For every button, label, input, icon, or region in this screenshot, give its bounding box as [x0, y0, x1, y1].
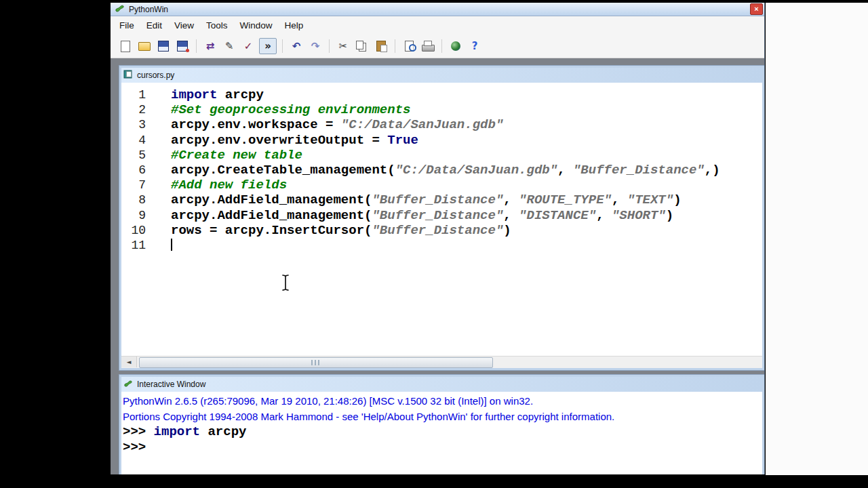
text-caret: [171, 239, 172, 251]
copy-icon[interactable]: [354, 39, 370, 54]
code-token: ): [503, 223, 511, 238]
menu-item-file[interactable]: File: [113, 18, 140, 33]
toolbar: ⇄✎✓»↶↷✂?: [111, 35, 764, 58]
code-token: "TEXT": [627, 192, 673, 207]
line-number: 2: [121, 102, 146, 117]
web-help-icon[interactable]: [448, 39, 464, 54]
help-icon[interactable]: ?: [467, 39, 483, 54]
prompt-line: >>>: [123, 440, 762, 455]
code-token: rows = arcpy.InsertCursor(: [171, 223, 372, 238]
code-token: ,): [705, 163, 720, 178]
code-token: #Set geoprocessing environments: [171, 102, 410, 117]
mdi-area: cursors.py 1import arcpy2#Set geoprocess…: [111, 58, 764, 474]
save-all-icon[interactable]: [174, 39, 191, 54]
code-token: ,: [596, 208, 612, 223]
code-token: True: [387, 133, 418, 148]
code-token: #Add new fields: [171, 178, 287, 192]
output-token: arcpy: [200, 424, 246, 439]
code-text: arcpy.env.overwriteOutput = True: [171, 133, 418, 148]
line-number: 6: [121, 163, 146, 178]
new-file-icon[interactable]: [117, 39, 134, 54]
undo-icon[interactable]: ↶: [288, 39, 304, 54]
interactive-titlebar[interactable]: Interactive Window: [121, 377, 762, 392]
code-line[interactable]: 11: [121, 238, 762, 253]
code-line[interactable]: 1import arcpy: [121, 87, 762, 102]
interactive-toggle-icon[interactable]: »: [259, 38, 277, 54]
menu-item-window[interactable]: Window: [234, 18, 279, 33]
print-preview-icon[interactable]: [401, 39, 417, 54]
import-reload-icon[interactable]: ⇄: [202, 39, 218, 54]
code-token: ,: [503, 192, 519, 207]
menu-item-view[interactable]: View: [168, 18, 200, 33]
code-token: arcpy.AddField_management(: [171, 208, 372, 223]
toolbar-separator: [395, 39, 395, 53]
code-token: "SHORT": [612, 208, 666, 223]
menu-item-edit[interactable]: Edit: [140, 18, 168, 33]
code-token: ): [673, 192, 681, 207]
video-frame: PythonWin × FileEditViewToolsWindowHelp …: [0, 0, 868, 488]
menu-bar: FileEditViewToolsWindowHelp: [111, 16, 764, 35]
document-icon: [123, 70, 133, 81]
line-number: 7: [121, 178, 146, 192]
open-file-icon[interactable]: [136, 39, 153, 54]
editor-content[interactable]: 1import arcpy2#Set geoprocessing environ…: [121, 83, 762, 368]
pythonwin-window: PythonWin × FileEditViewToolsWindowHelp …: [111, 3, 765, 474]
editor-window[interactable]: cursors.py 1import arcpy2#Set geoprocess…: [119, 66, 764, 370]
save-icon[interactable]: [155, 39, 172, 54]
paste-icon[interactable]: [373, 39, 389, 54]
left-arrow-icon: ◄: [127, 359, 132, 365]
cut-icon[interactable]: ✂: [335, 39, 351, 54]
ibeam-cursor-icon: [281, 274, 290, 294]
toolbar-separator: [196, 39, 197, 53]
print-icon[interactable]: [420, 39, 436, 54]
close-button[interactable]: ×: [750, 3, 763, 15]
code-token: ,: [612, 192, 627, 207]
output-token: >>>: [123, 424, 154, 439]
code-token: arcpy.env.workspace =: [171, 117, 341, 132]
code-text: arcpy.CreateTable_management("C:/Data/Sa…: [171, 163, 720, 178]
code-line[interactable]: 6arcpy.CreateTable_management("C:/Data/S…: [121, 163, 762, 178]
output-token: PythonWin 2.6.5 (r265:79096, Mar 19 2010…: [123, 395, 533, 407]
interactive-window[interactable]: Interactive Window PythonWin 2.6.5 (r265…: [119, 375, 764, 474]
code-line[interactable]: 10rows = arcpy.InsertCursor("Buffer_Dist…: [121, 223, 762, 238]
code-token: ): [666, 208, 673, 223]
editor-titlebar[interactable]: cursors.py: [121, 68, 762, 83]
interactive-output[interactable]: PythonWin 2.6.5 (r265:79096, Mar 19 2010…: [121, 392, 762, 474]
horizontal-scrollbar[interactable]: ◄: [121, 356, 762, 368]
code-token: "DISTANCE": [519, 208, 596, 223]
menu-item-help[interactable]: Help: [279, 18, 310, 33]
scroll-thumb[interactable]: [139, 357, 493, 368]
interactive-icon: [123, 380, 133, 390]
menu-item-tools[interactable]: Tools: [200, 18, 234, 33]
code-token: "Buffer_Distance": [372, 223, 503, 238]
app-title: PythonWin: [129, 5, 168, 14]
code-line[interactable]: 9arcpy.AddField_management("Buffer_Dista…: [121, 208, 762, 223]
code-text: arcpy.AddField_management("Buffer_Distan…: [171, 192, 682, 207]
code-line[interactable]: 4arcpy.env.overwriteOutput = True: [121, 133, 762, 148]
check-syntax-icon[interactable]: ✓: [240, 39, 256, 54]
editor-title: cursors.py: [137, 70, 174, 80]
code-text: #Create new table: [171, 148, 302, 163]
code-line[interactable]: 5#Create new table: [121, 148, 762, 163]
code-token: "ROUTE_TYPE": [519, 192, 612, 207]
code-text: import arcpy: [171, 87, 264, 102]
code-line[interactable]: 2#Set geoprocessing environments: [121, 102, 762, 117]
scroll-left-button[interactable]: ◄: [121, 357, 137, 367]
close-icon: ×: [754, 5, 758, 13]
code-line[interactable]: 7#Add new fields: [121, 178, 762, 192]
code-area[interactable]: 1import arcpy2#Set geoprocessing environ…: [121, 83, 762, 357]
line-number: 5: [121, 148, 146, 163]
redo-icon[interactable]: ↷: [307, 39, 323, 54]
run-script-icon[interactable]: ✎: [221, 39, 237, 54]
code-token: import: [171, 87, 217, 102]
line-number: 11: [121, 238, 146, 253]
code-token: "Buffer_Distance": [372, 192, 503, 207]
output-token: >>>: [123, 440, 146, 455]
code-line[interactable]: 3arcpy.env.workspace = "C:/Data/SanJuan.…: [121, 117, 762, 132]
title-bar[interactable]: PythonWin ×: [111, 3, 764, 16]
code-token: arcpy.CreateTable_management(: [171, 163, 395, 178]
code-token: #Create new table: [171, 148, 302, 163]
line-number: 10: [121, 223, 146, 238]
line-number: 1: [121, 87, 146, 102]
code-line[interactable]: 8arcpy.AddField_management("Buffer_Dista…: [121, 192, 762, 207]
